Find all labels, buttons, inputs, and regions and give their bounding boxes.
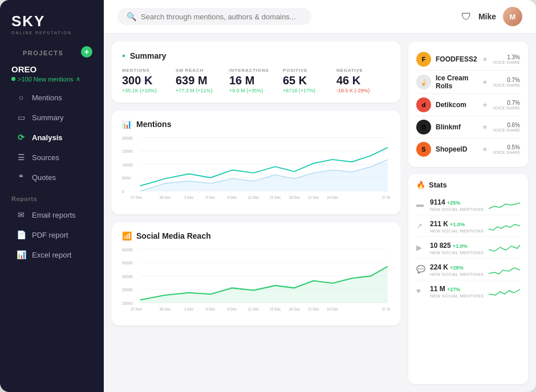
svg-text:3 Dec: 3 Dec — [184, 307, 193, 311]
mentions-chart-card: 📊 Mentions 20000 15000 10000 5000 0 — [112, 111, 400, 214]
stat-info: 9114 +25% NEW SOCIAL MENTIONS — [430, 197, 485, 212]
comp-star-icon[interactable]: ★ — [482, 78, 488, 86]
comp-star-icon[interactable]: ★ — [482, 123, 488, 131]
svg-marker-32 — [140, 266, 388, 303]
comp-name: Ice Cream Rolls — [436, 74, 477, 90]
comp-star-icon[interactable]: ★ — [482, 145, 488, 153]
stat-row-top: 224 K +28% — [430, 262, 485, 272]
stat-row-value: 224 K — [430, 263, 450, 271]
stat-row-label: NEW SOCIAL MENTIONS — [430, 228, 485, 234]
svg-text:12 Dec: 12 Dec — [248, 307, 259, 311]
summary-title: ▪ Summary — [122, 51, 390, 61]
competitor-item: B Blinkmf ★ 0.6% VOICE SHARE — [416, 116, 520, 138]
pdf-icon: 📄 — [16, 230, 26, 239]
sidebar-item-excel-report[interactable]: 📊 Excel report — [5, 245, 99, 264]
projects-header: PROJECTS + — [0, 44, 104, 63]
stat-row-change: +27% — [447, 287, 460, 292]
sidebar-item-email-reports[interactable]: ✉ Email reports — [5, 205, 99, 224]
sidebar: SKY ONLINE REPUTATION PROJECTS + OREO >1… — [0, 0, 104, 392]
reach-chart-title: 📶 Social Media Reach — [122, 231, 390, 240]
stat-change: +77.3 M (+11%) — [176, 88, 229, 93]
project-badge: >100 New mentions ∧ — [0, 74, 104, 87]
stat-label: POSITIVE — [283, 68, 336, 73]
comp-avatar: S — [416, 142, 431, 157]
stat-value: 65 K — [283, 74, 336, 87]
comp-star-icon[interactable]: ★ — [482, 55, 488, 63]
left-column: ▪ Summary MENTIONS 300 K +35.1K (+10%) S… — [112, 42, 400, 384]
stat-negative: NEGATIVE 46 K -18.5 K (-29%) — [336, 68, 390, 93]
comp-name: Blinkmf — [436, 123, 477, 131]
competitors-card: F FOODFESS2 ★ 1.3% VOICE SHARE 🍦 Ice Cre… — [408, 42, 528, 167]
stat-label: MENTIONS — [122, 68, 176, 73]
comp-pct: 0.7% — [493, 77, 520, 83]
svg-text:27 Nov: 27 Nov — [131, 307, 143, 311]
svg-text:30 Nov: 30 Nov — [160, 307, 172, 311]
main-content: 🔍 🛡 Mike M ▪ Summary — [104, 0, 536, 392]
stat-label: INTERACTIONS — [229, 68, 283, 73]
sidebar-item-pdf-report[interactable]: 📄 PDF report — [5, 225, 99, 244]
bell-icon[interactable]: 🛡 — [461, 11, 472, 23]
svg-text:27 Nov: 27 Nov — [131, 195, 143, 199]
sidebar-item-analysis[interactable]: ⟳ Analysis — [5, 128, 99, 147]
sidebar-item-mentions[interactable]: ○ Mentions — [5, 88, 99, 107]
comp-stats: 1.3% VOICE SHARE — [493, 54, 520, 64]
svg-text:27 Dec: 27 Dec — [382, 195, 390, 199]
stat-icon: ▬ — [416, 200, 427, 209]
search-bar[interactable]: 🔍 — [117, 8, 311, 25]
search-input[interactable] — [141, 13, 302, 21]
sidebar-item-sources[interactable]: ☰ Sources — [5, 148, 99, 167]
summary-icon: ▪ — [122, 51, 125, 61]
stat-info: 11 M +27% NEW SOCIAL MENTIONS — [430, 283, 485, 299]
mentions-chart: 20000 15000 10000 5000 0 — [122, 136, 390, 205]
stat-icon: 💬 — [416, 265, 427, 273]
sidebar-item-quotes[interactable]: ❝ Quotes — [5, 168, 99, 187]
competitor-item: S ShopeelD ★ 0.5% VOICE SHARE — [416, 138, 520, 160]
stat-interactions: INTERACTIONS 16 M +9.0 M (+35%) — [229, 68, 283, 93]
competitors-list: F FOODFESS2 ★ 1.3% VOICE SHARE 🍦 Ice Cre… — [416, 48, 520, 160]
svg-text:20000: 20000 — [122, 136, 133, 140]
stat-row-change: +1.0% — [450, 222, 465, 227]
stat-row-label: NEW SOCIAL MENTIONS — [430, 250, 485, 255]
comp-pct: 0.7% — [493, 100, 520, 106]
stat-row-label: NEW SOCIAL MENTIONS — [430, 207, 485, 212]
add-project-button[interactable]: + — [81, 46, 92, 58]
stat-row-change: +1.0% — [453, 243, 468, 249]
sparkline — [489, 220, 520, 232]
stat-row-value: 10 825 — [430, 242, 453, 250]
summary-icon: ▭ — [16, 113, 26, 122]
stats-row: ▬ 9114 +25% NEW SOCIAL MENTIONS — [416, 194, 520, 215]
svg-text:27 Dec: 27 Dec — [382, 307, 390, 311]
username-label: Mike — [478, 12, 496, 21]
comp-name: FOODFESS2 — [436, 55, 477, 63]
comp-stats: 0.7% VOICE SHARE — [493, 100, 520, 110]
comp-pct-label: VOICE SHARE — [493, 60, 520, 64]
reach-svg: 60000 50000 40000 30000 20000 — [122, 247, 390, 315]
stats-row: ♥ 11 M +27% NEW SOCIAL MENTIONS — [416, 280, 520, 301]
svg-text:21 Dec: 21 Dec — [308, 307, 319, 311]
stat-row-top: 11 M +27% — [430, 283, 485, 293]
summary-card: ▪ Summary MENTIONS 300 K +35.1K (+10%) S… — [112, 42, 400, 103]
sidebar-item-summary[interactable]: ▭ Summary — [5, 108, 99, 127]
analysis-icon: ⟳ — [16, 133, 26, 142]
svg-text:9 Dec: 9 Dec — [228, 307, 237, 311]
sidebar-item-label: Mentions — [32, 93, 62, 102]
competitor-item: F FOODFESS2 ★ 1.3% VOICE SHARE — [416, 48, 520, 71]
comp-stats: 0.5% VOICE SHARE — [493, 144, 520, 154]
stat-change: +35.1K (+10%) — [122, 88, 176, 93]
comp-pct-label: VOICE SHARE — [493, 128, 520, 132]
stat-smreach: SM REACH 639 M +77.3 M (+11%) — [176, 68, 229, 93]
comp-pct-label: VOICE SHARE — [493, 106, 520, 110]
comp-star-icon[interactable]: ★ — [482, 101, 488, 109]
sidebar-item-label: Sources — [32, 153, 59, 162]
svg-text:0: 0 — [122, 190, 124, 194]
svg-text:15000: 15000 — [122, 149, 133, 153]
sidebar-item-label: Email reports — [32, 211, 76, 219]
reports-nav: ✉ Email reports 📄 PDF report 📊 Excel rep… — [0, 205, 104, 265]
stats-row: 💬 224 K +28% NEW SOCIAL MENTIONS — [416, 259, 520, 280]
stat-value: 300 K — [122, 74, 176, 87]
sidebar-item-label: Quotes — [32, 173, 56, 182]
search-icon: 🔍 — [127, 12, 136, 21]
comp-avatar: B — [416, 120, 431, 134]
topbar-right: 🛡 Mike M — [461, 7, 522, 26]
avatar[interactable]: M — [503, 7, 522, 26]
